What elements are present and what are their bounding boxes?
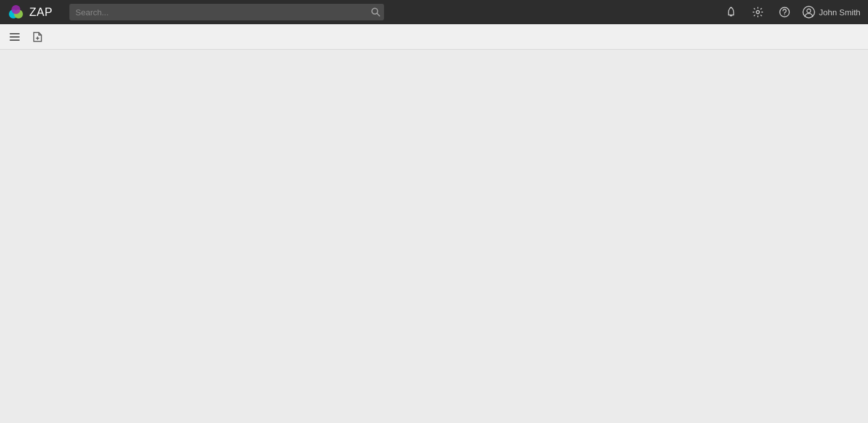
search-button[interactable] [371, 8, 380, 17]
menu-button[interactable] [5, 27, 24, 47]
svg-point-7 [779, 8, 789, 17]
gear-icon [752, 6, 764, 18]
logo-icon [8, 4, 24, 20]
svg-point-2 [11, 5, 20, 14]
settings-button[interactable] [749, 3, 767, 21]
new-file-icon [32, 31, 43, 43]
svg-line-4 [377, 13, 380, 16]
search-icon [371, 8, 380, 17]
svg-point-6 [756, 11, 759, 14]
svg-point-10 [807, 9, 811, 13]
navbar-actions: John Smith [722, 3, 860, 21]
toolbar [0, 24, 868, 50]
hamburger-icon [9, 31, 20, 43]
user-name: John Smith [819, 8, 860, 17]
notifications-button[interactable] [722, 3, 740, 21]
svg-point-8 [784, 14, 785, 15]
navbar: ZAP [0, 0, 868, 24]
app-title: ZAP [29, 6, 53, 19]
help-icon [779, 6, 790, 18]
new-file-button[interactable] [28, 27, 47, 47]
app-logo[interactable]: ZAP [8, 4, 53, 20]
main-content [0, 50, 868, 423]
user-profile[interactable]: John Smith [802, 6, 860, 18]
search-input[interactable] [69, 4, 385, 20]
bell-icon [725, 6, 737, 18]
help-button[interactable] [776, 3, 793, 21]
search-container [69, 4, 385, 20]
user-avatar-icon [802, 6, 815, 18]
